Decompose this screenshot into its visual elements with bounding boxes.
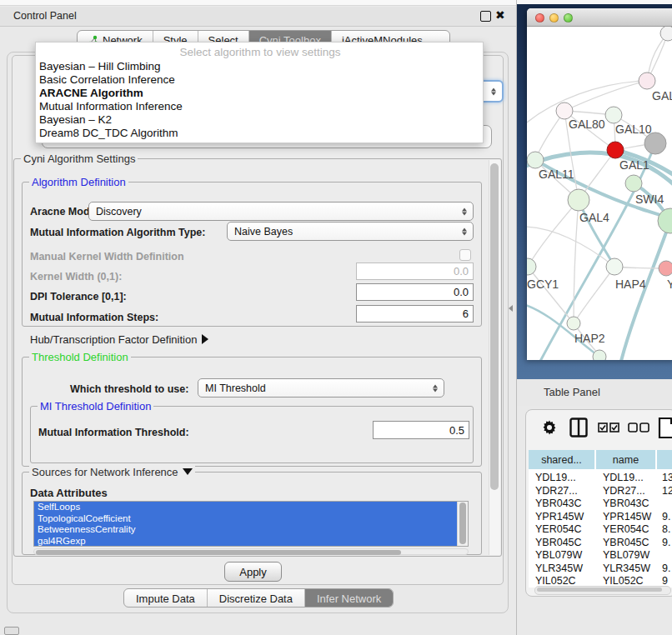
close-panel-icon[interactable]: ✖ — [495, 8, 505, 22]
split-columns-icon[interactable] — [569, 418, 588, 441]
dpi-tolerance-field[interactable] — [356, 283, 474, 301]
cell: YDR27... — [603, 485, 645, 497]
cell: YPR145W — [535, 511, 584, 522]
kernel-width-field[interactable] — [356, 262, 474, 280]
node-label: GAL11 — [539, 168, 574, 181]
table-row[interactable]: YER054CYER054C8. — [529, 523, 672, 537]
table-panel-titlebar: Table Panel — [517, 379, 672, 406]
table-row[interactable]: YPR145WYPR145W9. — [529, 511, 672, 524]
scrollbar-thumb[interactable] — [36, 550, 401, 555]
list-item-topologicalcoefficient[interactable]: TopologicalCoefficient — [34, 513, 458, 525]
select-all-checkboxes-icon[interactable] — [598, 422, 619, 437]
mi-type-combobox[interactable]: Naive Bayes — [227, 222, 474, 241]
collapsed-panel-icon[interactable] — [4, 627, 19, 635]
network-node-hap4[interactable] — [606, 258, 623, 275]
manual-kernel-label: Manual Kernel Width Definition — [30, 251, 184, 262]
control-panel-titlebar: Control Panel ✖ — [0, 7, 517, 27]
desktop-area: GAL GAL80 GAL10 GAL1 GAL11 SWI4 GAL4 GCY… — [517, 0, 672, 635]
minimize-traffic-light-icon[interactable] — [549, 13, 559, 22]
network-node-gal11[interactable] — [527, 152, 544, 168]
tab-infer-network[interactable]: Infer Network — [305, 589, 393, 608]
scrollbar-thumb[interactable] — [459, 502, 466, 544]
close-traffic-light-icon[interactable] — [535, 13, 544, 22]
network-node[interactable] — [658, 208, 672, 233]
list-vertical-scrollbar[interactable] — [457, 502, 468, 546]
scrollbar-thumb[interactable] — [490, 163, 499, 490]
column-header-shared-name[interactable]: shared... — [529, 450, 595, 469]
manual-kernel-checkbox[interactable] — [459, 249, 471, 261]
network-node-gal80[interactable] — [556, 102, 573, 119]
zoom-traffic-light-icon[interactable] — [564, 13, 573, 22]
apply-button[interactable]: Apply — [224, 562, 282, 582]
cell: YLR345W — [535, 562, 583, 574]
network-node-gal1[interactable] — [607, 142, 624, 158]
menu-item-bayesian-k2[interactable]: Bayesian – K2 — [39, 113, 481, 127]
which-threshold-label: Which threshold to use: — [70, 383, 188, 395]
splitter-collapse-icon[interactable] — [509, 305, 513, 312]
kernel-width-label: Kernel Width (0,1): — [30, 271, 122, 282]
network-window-titlebar[interactable] — [527, 8, 672, 27]
which-threshold-combobox[interactable]: MI Threshold — [198, 378, 444, 398]
mi-threshold-label: Mutual Information Threshold: — [38, 427, 189, 438]
mi-steps-label: Mutual Information Steps: — [30, 312, 158, 323]
tab-discretize-data[interactable]: Discretize Data — [208, 589, 305, 608]
data-attributes-label: Data Attributes — [30, 487, 108, 499]
deselect-all-checkboxes-icon[interactable] — [628, 422, 649, 437]
cell: 12 — [662, 485, 672, 497]
list-item-betweennesscentrality[interactable]: BetweennessCentrality — [34, 524, 458, 536]
table-row[interactable]: YBL079WYBL079W — [529, 549, 672, 562]
cell: YLR345W — [603, 562, 650, 574]
bottom-tabbar: Impute Data Discretize Data Infer Networ… — [123, 588, 394, 608]
table-row[interactable]: YBR045CYBR045C9. — [529, 537, 672, 550]
network-node-gal4[interactable] — [568, 189, 589, 211]
node-table: shared... name YDL19...YDL19...13 YDR27.… — [529, 450, 672, 588]
network-canvas[interactable]: GAL GAL80 GAL10 GAL1 GAL11 SWI4 GAL4 GCY… — [527, 27, 672, 360]
node-label: SWI4 — [635, 192, 664, 206]
column-header-name[interactable]: name — [596, 450, 656, 469]
menu-item-basic-correlation[interactable]: Basic Correlation Inference — [39, 73, 481, 87]
mi-threshold-field[interactable] — [373, 421, 469, 439]
table-row[interactable]: YBR043CYBR043C — [529, 498, 672, 511]
column-header-clipped[interactable] — [657, 450, 672, 469]
network-node[interactable] — [659, 261, 672, 276]
expand-right-icon — [202, 334, 208, 344]
network-node[interactable] — [660, 27, 672, 41]
node-label: HAP2 — [574, 332, 605, 345]
sources-group-title: Sources for Network Inference — [29, 466, 195, 478]
network-node-hap2[interactable] — [567, 317, 580, 330]
hub-definition-label: Hub/Transcription Factor Definition — [30, 333, 197, 346]
network-node[interactable] — [639, 72, 655, 89]
network-node-gal10[interactable] — [605, 107, 622, 123]
algorithm-dropdown-placeholder: Select algorithm to view settings — [36, 46, 484, 58]
cell: YPR145W — [603, 511, 651, 522]
gear-icon[interactable] — [541, 419, 558, 439]
network-node[interactable] — [593, 350, 606, 360]
node-label: GAL1 — [619, 158, 649, 172]
top-strip — [0, 0, 517, 6]
table-row[interactable]: YLR345WYLR345W9. — [529, 562, 672, 576]
top-strip — [517, 0, 672, 4]
cell: 9. — [662, 511, 670, 522]
network-node-swi4[interactable] — [625, 175, 642, 192]
list-item-gal4rgexp[interactable]: gal4RGexp — [34, 536, 458, 548]
menu-item-bayesian-hill-climbing[interactable]: Bayesian – Hill Climbing — [39, 60, 481, 73]
menu-item-mutual-information[interactable]: Mutual Information Inference — [39, 100, 481, 113]
table-horizontal-scrollbar[interactable] — [534, 586, 671, 595]
list-item-selfloops[interactable]: SelfLoops — [34, 502, 458, 513]
menu-item-dream8[interactable]: Dream8 DC_TDC Algorithm — [39, 127, 481, 140]
table-row[interactable]: YDL19...YDL19...13 — [529, 472, 672, 485]
table-row[interactable]: YDR27...YDR27...12 — [529, 485, 672, 498]
cell: YDR27... — [535, 485, 578, 497]
hub-definition-expander[interactable]: Hub/Transcription Factor Definition — [30, 333, 208, 346]
menu-item-aracne[interactable]: ARACNE Algorithm — [39, 87, 481, 100]
collapse-down-icon[interactable] — [183, 468, 193, 475]
scrollbar-thumb[interactable] — [537, 588, 662, 592]
float-panel-icon[interactable] — [480, 11, 491, 22]
table-panel-title: Table Panel — [544, 386, 600, 398]
network-node-gcy1[interactable] — [527, 258, 536, 275]
tab-impute-data[interactable]: Impute Data — [124, 589, 208, 608]
aracne-mode-combobox[interactable]: Discovery — [88, 202, 474, 221]
new-table-icon[interactable] — [658, 417, 672, 442]
mi-steps-field[interactable] — [356, 305, 474, 322]
cell: 8. — [662, 523, 670, 535]
